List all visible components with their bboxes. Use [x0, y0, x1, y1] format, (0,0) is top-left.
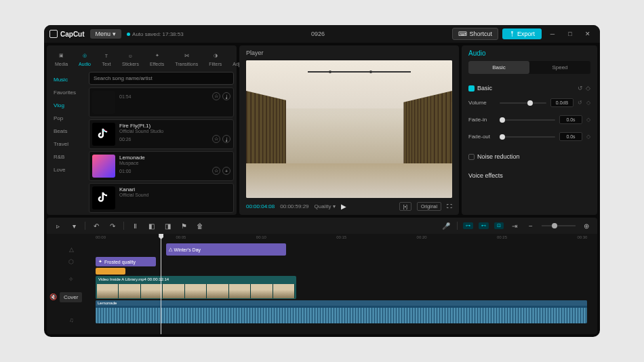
song-title: Lemonade	[119, 155, 230, 161]
fadein-value[interactable]: 0.0s	[559, 115, 582, 124]
keyframe-icon[interactable]: ◇	[586, 100, 590, 106]
timeline-tracks[interactable]: 00:00 00:05 00:10 00:15 00:20 00:25 00:3…	[96, 234, 597, 334]
tab-filters[interactable]: ◑Filters	[206, 49, 224, 68]
marker-icon[interactable]: ⚑	[178, 220, 189, 231]
effect-clip[interactable]	[96, 268, 125, 275]
audio-track-icon[interactable]: ♫	[47, 308, 96, 331]
snap-chip[interactable]: ⊶	[463, 222, 473, 229]
song-item[interactable]: 01:54 ☆ ⭳	[89, 87, 234, 117]
select-tool-icon[interactable]: ▹	[52, 220, 63, 231]
player-viewport[interactable]	[246, 60, 452, 198]
keyframe-icon[interactable]: ◇	[586, 117, 590, 123]
maximize-button[interactable]: □	[563, 27, 577, 41]
caption-track-icon[interactable]: △	[47, 243, 96, 256]
search-input[interactable]: Search song name/artist	[89, 72, 234, 85]
song-item[interactable]: Kanari Official Sound	[89, 183, 234, 213]
zoom-out-icon[interactable]: −	[525, 220, 536, 231]
cat-music[interactable]: Music	[47, 73, 86, 86]
audio-clip[interactable]: Lemonade	[96, 300, 587, 323]
cat-vlog[interactable]: Vlog	[47, 99, 86, 112]
chevron-down-icon[interactable]: ▾	[68, 220, 79, 231]
delete-left-icon[interactable]: ◧	[146, 220, 157, 231]
export-icon: ⭱	[509, 31, 515, 37]
link-chip[interactable]: ⊷	[479, 222, 489, 229]
download-icon[interactable]: ⭳	[222, 92, 230, 100]
fadeout-row: Fade-out 0.0s ◇	[468, 132, 590, 141]
tab-effects[interactable]: ✦Effects	[147, 49, 167, 68]
favorite-icon[interactable]: ☆	[212, 167, 220, 175]
zoom-slider[interactable]	[542, 225, 576, 226]
quality-menu[interactable]: Quality ▾	[315, 203, 336, 209]
reset-icon[interactable]: ↺	[578, 100, 582, 106]
volume-slider[interactable]	[500, 102, 546, 104]
stickers-icon: ☺	[125, 51, 135, 60]
minimize-button[interactable]: ─	[546, 27, 559, 41]
preview-frame	[246, 60, 452, 198]
split-icon[interactable]: Ⅱ	[129, 220, 140, 231]
favorite-icon[interactable]: ☆	[212, 135, 220, 143]
total-duration: 00:00:59:29	[280, 203, 308, 209]
tab-speed[interactable]: Speed	[529, 61, 590, 74]
checkbox-icon[interactable]	[468, 154, 475, 160]
tab-transitions[interactable]: ⋈Transitions	[172, 49, 201, 68]
close-button[interactable]: ✕	[581, 27, 595, 41]
time-ruler[interactable]: 00:00 00:05 00:10 00:15 00:20 00:25 00:3…	[96, 234, 597, 243]
fadein-slider[interactable]	[500, 119, 555, 121]
video-clip[interactable]: Video Inside A Library.mp4 00:00:12:14	[96, 276, 296, 299]
mic-icon[interactable]: 🎤	[441, 220, 451, 231]
tab-audio[interactable]: ◎Audio	[76, 49, 94, 68]
menu-button[interactable]: Menu ▾	[90, 29, 122, 39]
cat-favorites[interactable]: Favorites	[47, 86, 86, 99]
media-icon: ▣	[57, 51, 66, 60]
add-icon[interactable]: +	[222, 167, 230, 175]
delete-right-icon[interactable]: ◨	[162, 220, 173, 231]
undo-icon[interactable]: ↶	[91, 220, 102, 231]
fullscreen-icon[interactable]: ⛶	[447, 203, 452, 209]
video-track: Video Inside A Library.mp4 00:00:12:14	[96, 276, 597, 299]
song-item[interactable]: Fire Fly(Pt.1) Official Sound Studio 00:…	[89, 119, 234, 149]
playhead[interactable]	[161, 234, 161, 334]
cat-travel[interactable]: Travel	[47, 138, 86, 150]
play-button[interactable]: ▶	[341, 203, 346, 210]
ratio-button[interactable]: [•]	[399, 202, 411, 211]
original-button[interactable]: Original	[417, 202, 441, 211]
song-item[interactable]: Lemonade Muspace 01:00 ☆ +	[89, 151, 234, 181]
redo-icon[interactable]: ↷	[107, 220, 118, 231]
caption-clip[interactable]: △Winter's Day	[166, 243, 287, 256]
song-duration: 01:00	[119, 169, 132, 174]
tab-stickers[interactable]: ☺Stickers	[119, 49, 142, 68]
shortcut-button[interactable]: ⌨ Shortcut	[452, 28, 498, 40]
transitions-icon: ⋈	[182, 51, 191, 60]
zoom-fit-icon[interactable]: ⊕	[581, 220, 592, 231]
song-info: 01:54 ☆ ⭳	[119, 91, 230, 114]
cat-rnb[interactable]: R&B	[47, 150, 86, 163]
keyframe-icon[interactable]: ◇	[586, 134, 590, 140]
song-info: Fire Fly(Pt.1) Official Sound Studio 00:…	[119, 123, 230, 146]
tab-text[interactable]: TText	[99, 49, 114, 68]
song-thumb	[92, 123, 115, 146]
collapse-icon[interactable]: ⇥	[509, 220, 520, 231]
export-button[interactable]: ⭱ Export	[502, 28, 542, 39]
cat-beats[interactable]: Beats	[47, 125, 86, 138]
fadeout-slider[interactable]	[500, 136, 555, 138]
sticker-track-icon[interactable]: ✧	[47, 273, 96, 285]
delete-icon[interactable]: 🗑	[195, 220, 205, 231]
lock-icon[interactable]: ⬡	[47, 256, 96, 268]
mute-icon[interactable]: 🔇	[49, 294, 57, 300]
checkbox-icon[interactable]	[468, 85, 475, 92]
preview-chip[interactable]: ⊡	[494, 222, 504, 229]
cat-love[interactable]: Love	[47, 163, 86, 176]
properties-panel: Audio Basic Speed Basic ↺◇ Volume 0.0dB …	[462, 45, 597, 215]
effects-icon: ✦	[153, 51, 162, 60]
keyframe-icon[interactable]: ◇	[586, 85, 590, 92]
tab-media[interactable]: ▣Media	[52, 49, 71, 68]
volume-value[interactable]: 0.0dB	[550, 98, 573, 107]
download-icon[interactable]: ⭳	[222, 135, 230, 143]
sticker-clip[interactable]: ✦Frosted quality	[96, 257, 156, 266]
cat-pop[interactable]: Pop	[47, 112, 86, 125]
favorite-icon[interactable]: ☆	[212, 92, 220, 100]
fadeout-value[interactable]: 0.0s	[559, 132, 582, 141]
cover-button[interactable]: Cover	[60, 292, 82, 302]
tab-basic[interactable]: Basic	[468, 61, 529, 74]
reset-icon[interactable]: ↺	[578, 85, 583, 92]
